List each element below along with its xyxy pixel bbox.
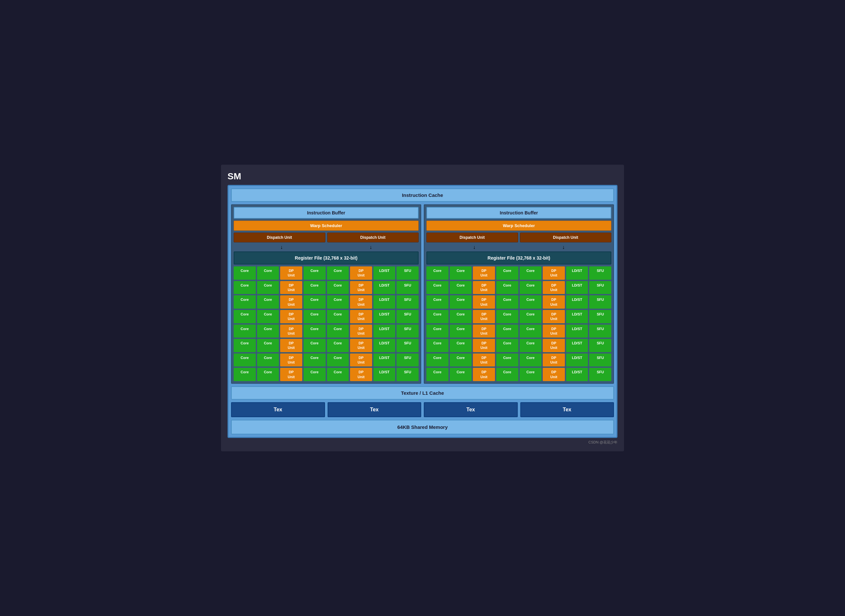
cell: SFU (396, 353, 419, 367)
cell: LD/ST (566, 295, 588, 309)
cell: Core (327, 368, 349, 381)
cell: LD/ST (373, 295, 396, 309)
cell: Core (257, 324, 279, 338)
right-warp-scheduler: Warp Scheduler (426, 221, 611, 231)
cell: Core (520, 368, 542, 381)
right-dispatch-unit-1: Dispatch Unit (426, 233, 518, 242)
cell: DPUnit (543, 353, 565, 367)
cell: DPUnit (350, 295, 372, 309)
left-dispatch-arrows: ↓ ↓ (234, 244, 419, 250)
cell: SFU (589, 368, 611, 381)
cell: SFU (396, 324, 419, 338)
cell: Core (520, 339, 542, 352)
cell: Core (520, 295, 542, 309)
cell: SFU (589, 281, 611, 294)
cell: DPUnit (280, 295, 302, 309)
cell: DPUnit (543, 266, 565, 280)
texture-cache: Texture / L1 Cache (231, 386, 614, 400)
cell: Core (234, 310, 256, 323)
cell: LD/ST (566, 368, 588, 381)
cell: Core (257, 368, 279, 381)
cell: Core (234, 339, 256, 352)
cell: Core (327, 281, 349, 294)
cell: Core (304, 281, 326, 294)
cell: DPUnit (280, 353, 302, 367)
cell: Core (496, 281, 518, 294)
left-instruction-buffer: Instruction Buffer (234, 207, 419, 219)
cell: LD/ST (566, 339, 588, 352)
right-column: Instruction Buffer Warp Scheduler Dispat… (424, 204, 614, 384)
cell: Core (257, 266, 279, 280)
tex-unit-3: Tex (424, 402, 518, 417)
cell: LD/ST (373, 324, 396, 338)
right-arrow-2: ↓ (562, 244, 565, 250)
cell: Core (450, 353, 472, 367)
page-wrapper: SM Instruction Cache Instruction Buffer … (221, 165, 624, 451)
right-arrow-1: ↓ (473, 244, 475, 250)
left-cores-grid: Core Core DPUnit Core Core DPUnit LD/ST … (234, 266, 419, 381)
cell: Core (496, 295, 518, 309)
cell: DPUnit (350, 353, 372, 367)
cell: Core (234, 353, 256, 367)
cell: Core (496, 266, 518, 280)
right-cores-grid: Core Core DPUnit Core Core DPUnit LD/ST … (426, 266, 611, 381)
cell: DPUnit (473, 281, 495, 294)
cell: SFU (396, 266, 419, 280)
cell: Core (426, 339, 449, 352)
cell: Core (520, 266, 542, 280)
cell: DPUnit (473, 324, 495, 338)
left-dispatch-unit-1: Dispatch Unit (234, 233, 325, 242)
left-dispatch-unit-2: Dispatch Unit (327, 233, 419, 242)
cell: DPUnit (350, 266, 372, 280)
cell: Core (234, 281, 256, 294)
left-dispatch-row: Dispatch Unit Dispatch Unit (234, 233, 419, 242)
cell: DPUnit (473, 353, 495, 367)
cell: DPUnit (543, 339, 565, 352)
cell: Core (496, 353, 518, 367)
bottom-section: Texture / L1 Cache Tex Tex Tex Tex 64KB … (231, 386, 614, 434)
cell: Core (496, 368, 518, 381)
shared-memory: 64KB Shared Memory (231, 420, 614, 434)
cell: Core (426, 353, 449, 367)
left-register-file: Register File (32,768 x 32-bit) (234, 251, 419, 264)
cell: Core (304, 324, 326, 338)
cell: DPUnit (543, 310, 565, 323)
cell: Core (327, 310, 349, 323)
cell: LD/ST (566, 266, 588, 280)
cell: Core (520, 353, 542, 367)
cell: DPUnit (473, 339, 495, 352)
cell: DPUnit (350, 368, 372, 381)
right-instruction-buffer: Instruction Buffer (426, 207, 611, 219)
cell: Core (327, 339, 349, 352)
left-column: Instruction Buffer Warp Scheduler Dispat… (231, 204, 421, 384)
cell: Core (304, 339, 326, 352)
cell: DPUnit (350, 339, 372, 352)
cell: Core (304, 310, 326, 323)
cell: Core (496, 339, 518, 352)
cell: Core (450, 339, 472, 352)
cell: Core (304, 295, 326, 309)
tex-unit-1: Tex (231, 402, 325, 417)
left-warp-scheduler: Warp Scheduler (234, 221, 419, 231)
cell: Core (327, 324, 349, 338)
cell: LD/ST (566, 310, 588, 323)
cell: DPUnit (350, 310, 372, 323)
left-arrow-2: ↓ (370, 244, 372, 250)
cell: LD/ST (566, 281, 588, 294)
cell: Core (426, 281, 449, 294)
cell: DPUnit (350, 324, 372, 338)
cell: DPUnit (473, 266, 495, 280)
cell: DPUnit (280, 266, 302, 280)
cell: LD/ST (373, 281, 396, 294)
cell: Core (520, 281, 542, 294)
cell: LD/ST (373, 353, 396, 367)
tex-unit-2: Tex (328, 402, 421, 417)
cell: Core (327, 266, 349, 280)
cell: LD/ST (373, 339, 396, 352)
cell: DPUnit (280, 310, 302, 323)
left-arrow-1: ↓ (280, 244, 283, 250)
cell: SFU (589, 310, 611, 323)
cell: Core (257, 295, 279, 309)
cell: Core (304, 368, 326, 381)
cell: Core (257, 310, 279, 323)
